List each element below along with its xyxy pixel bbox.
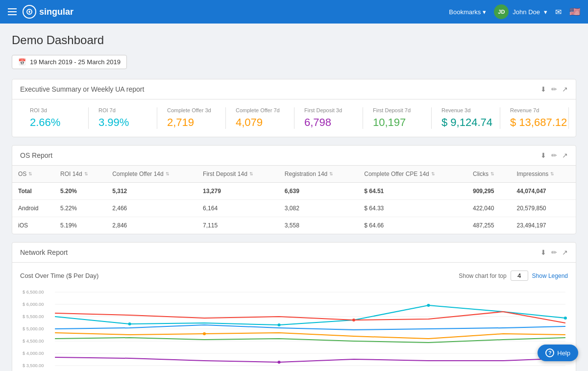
- table-cell: 6,164: [197, 200, 279, 217]
- card-value: 2.66%: [30, 116, 78, 129]
- bookmarks-chevron-icon: ▾: [483, 8, 486, 16]
- language-flag-icon[interactable]: 🇺🇸: [569, 6, 580, 17]
- chart-top-input[interactable]: [511, 271, 528, 281]
- table-cell: iOS: [12, 217, 54, 234]
- bookmarks-button[interactable]: Bookmarks ▾: [449, 8, 486, 16]
- chart-title: Cost Over Time ($ Per Day): [20, 272, 98, 279]
- col-header-registration-14d[interactable]: Registration 14d⇅: [279, 166, 358, 183]
- svg-text:$ 4,500.00: $ 4,500.00: [23, 339, 44, 344]
- show-chart-for-top-label: Show chart for top: [459, 272, 506, 279]
- col-header-clicks[interactable]: Clicks⇅: [467, 166, 511, 183]
- table-cell: 487,255: [467, 217, 511, 234]
- user-name: John Doe: [513, 8, 540, 16]
- table-cell: $ 64.33: [358, 200, 467, 217]
- card-value: 10,197: [373, 116, 421, 129]
- show-legend-button[interactable]: Show Legend: [532, 272, 568, 279]
- card-value: 6,798: [304, 116, 353, 129]
- table-cell: 44,074,047: [511, 183, 576, 200]
- table-cell: 5,312: [106, 183, 197, 200]
- col-header-complete-offer-14d[interactable]: Complete Offer 14d⇅: [106, 166, 197, 183]
- summary-card: First Deposit 7d 10,197: [363, 107, 432, 129]
- logo: singular: [23, 5, 74, 19]
- card-value: 4,079: [236, 116, 284, 129]
- col-header-impressions[interactable]: Impressions⇅: [511, 166, 576, 183]
- executive-summary-title: Executive Summary or Weekly UA report: [20, 85, 144, 93]
- col-header-os[interactable]: OS⇅: [12, 166, 54, 183]
- main-content: Demo Dashboard 📅 19 March 2019 - 25 Marc…: [0, 24, 588, 371]
- card-label: Complete Offer 7d: [236, 107, 284, 113]
- network-download-icon[interactable]: ⬇: [540, 248, 546, 256]
- svg-text:$ 6,000.00: $ 6,000.00: [23, 302, 44, 307]
- page-title: Demo Dashboard: [12, 33, 576, 47]
- network-report-title: Network Report: [20, 248, 68, 256]
- table-cell: 23,494,197: [511, 217, 576, 234]
- table-row: Android5.22%2,4666,1643,082$ 64.33422,04…: [12, 200, 576, 217]
- svg-point-18: [277, 323, 280, 326]
- svg-text:$ 4,000.00: $ 4,000.00: [23, 351, 44, 356]
- summary-cards: ROI 3d 2.66% ROI 7d 3.99% Complete Offer…: [12, 99, 576, 137]
- table-cell: Android: [12, 200, 54, 217]
- svg-text:$ 3,500.00: $ 3,500.00: [23, 363, 44, 368]
- table-cell: 13,279: [197, 183, 279, 200]
- table-cell: $ 64.51: [358, 183, 467, 200]
- user-avatar: JD: [494, 4, 509, 19]
- table-row: iOS5.19%2,8467,1153,558$ 64.66487,25523,…: [12, 217, 576, 234]
- svg-point-19: [427, 304, 430, 307]
- summary-card: Complete Offer 3d 2,719: [157, 107, 226, 129]
- os-report-title: OS Report: [20, 151, 52, 159]
- col-header-roi-14d[interactable]: ROI 14d⇅: [54, 166, 106, 183]
- summary-card: Revenue 7d $ 13,687.12: [500, 107, 569, 129]
- card-value: $ 13,687.12: [510, 116, 559, 129]
- table-cell: 3,558: [279, 217, 358, 234]
- line-chart-area: $ 6,500.00 $ 6,000.00 $ 5,500.00 $ 5,000…: [20, 285, 568, 371]
- os-download-icon[interactable]: ⬇: [540, 151, 546, 159]
- card-label: ROI 7d: [98, 107, 147, 113]
- svg-text:$ 5,000.00: $ 5,000.00: [23, 326, 44, 331]
- network-edit-icon[interactable]: ✏: [551, 248, 557, 256]
- help-circle-icon: ?: [545, 348, 554, 357]
- help-button[interactable]: ? Help: [538, 345, 578, 361]
- table-cell: 422,040: [467, 200, 511, 217]
- summary-card: Complete Offer 7d 4,079: [226, 107, 294, 129]
- summary-card: ROI 7d 3.99%: [89, 107, 157, 129]
- os-edit-icon[interactable]: ✏: [551, 151, 557, 159]
- card-label: Revenue 7d: [510, 107, 559, 113]
- network-share-icon[interactable]: ↗: [562, 248, 568, 256]
- table-row: Total5.20%5,31213,2796,639$ 64.51909,295…: [12, 183, 576, 200]
- svg-text:$ 5,500.00: $ 5,500.00: [23, 314, 44, 319]
- table-cell: 6,639: [279, 183, 358, 200]
- messages-icon[interactable]: ✉: [555, 7, 562, 17]
- executive-summary-section: Executive Summary or Weekly UA report ⬇ …: [12, 79, 576, 137]
- user-menu-button[interactable]: JD John Doe ▾: [494, 4, 547, 19]
- card-label: First Deposit 3d: [304, 107, 353, 113]
- svg-point-17: [128, 322, 131, 325]
- app-header: singular Bookmarks ▾ JD John Doe ▾ ✉ 🇺🇸: [0, 0, 588, 24]
- table-cell: 20,579,850: [511, 200, 576, 217]
- share-icon[interactable]: ↗: [562, 85, 568, 93]
- svg-text:$ 6,500.00: $ 6,500.00: [23, 290, 44, 295]
- table-cell: 2,846: [106, 217, 197, 234]
- os-share-icon[interactable]: ↗: [562, 151, 568, 159]
- table-cell: 5.20%: [54, 183, 106, 200]
- hamburger-menu[interactable]: [8, 8, 17, 15]
- line-chart-svg: $ 6,500.00 $ 6,000.00 $ 5,500.00 $ 5,000…: [20, 285, 568, 371]
- date-range-picker[interactable]: 📅 19 March 2019 - 25 March 2019: [12, 55, 127, 69]
- col-header-complete-offer-cpe-14d[interactable]: Complete Offer CPE 14d⇅: [358, 166, 467, 183]
- edit-icon[interactable]: ✏: [551, 85, 557, 93]
- col-header-first-deposit-14d[interactable]: First Deposit 14d⇅: [197, 166, 279, 183]
- network-report-section: Network Report ⬇ ✏ ↗ Cost Over Time ($ P…: [12, 242, 576, 371]
- svg-point-21: [203, 332, 206, 335]
- svg-point-22: [352, 319, 355, 322]
- calendar-icon: 📅: [18, 58, 26, 66]
- bookmarks-label: Bookmarks: [449, 8, 481, 16]
- user-chevron-icon: ▾: [544, 8, 547, 16]
- table-cell: 2,466: [106, 200, 197, 217]
- date-range-value: 19 March 2019 - 25 March 2019: [30, 58, 121, 66]
- logo-text: singular: [39, 7, 74, 17]
- table-cell: $ 64.66: [358, 217, 467, 234]
- download-icon[interactable]: ⬇: [540, 85, 546, 93]
- card-value: 2,719: [167, 116, 216, 129]
- table-cell: 3,082: [279, 200, 358, 217]
- card-value: 3.99%: [98, 116, 147, 129]
- table-cell: 5.19%: [54, 217, 106, 234]
